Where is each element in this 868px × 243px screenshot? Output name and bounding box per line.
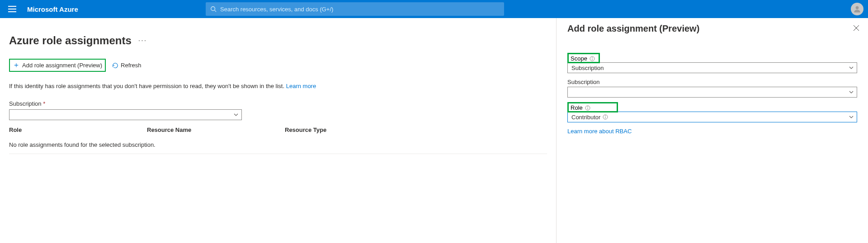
role-label: Role <box>571 104 583 111</box>
svg-point-10 <box>587 107 588 107</box>
learn-more-link[interactable]: Learn more <box>286 83 316 89</box>
info-icon[interactable] <box>590 56 595 61</box>
rbac-learn-more-link[interactable]: Learn more about RBAC <box>567 128 857 135</box>
svg-point-7 <box>592 57 592 58</box>
subscription-select[interactable] <box>9 109 242 120</box>
menu-icon[interactable] <box>8 6 16 12</box>
chevron-down-icon <box>849 89 854 95</box>
close-icon[interactable] <box>853 24 860 32</box>
search-icon <box>210 6 217 12</box>
info-icon[interactable] <box>603 114 608 120</box>
refresh-icon <box>112 62 118 69</box>
top-nav-bar: Microsoft Azure <box>0 0 868 18</box>
plus-icon: ＋ <box>13 61 20 70</box>
svg-point-0 <box>211 7 215 11</box>
global-search[interactable] <box>206 2 504 16</box>
role-highlight: Role <box>567 102 618 112</box>
scope-select[interactable]: Subscription <box>567 62 857 73</box>
chevron-down-icon <box>849 65 854 70</box>
chevron-down-icon <box>849 114 854 120</box>
subscription-panel-label: Subscription <box>567 79 857 85</box>
info-text: If this identity has role assignments th… <box>9 83 547 89</box>
add-role-panel: Add role assignment (Preview) Scope Subs… <box>556 18 868 243</box>
role-value: Contributor <box>571 114 600 121</box>
table-empty-message: No role assignments found for the select… <box>9 137 547 154</box>
search-input[interactable] <box>220 6 500 13</box>
refresh-button[interactable]: Refresh <box>109 61 144 70</box>
main-content: Azure role assignments ··· ＋ Add role as… <box>0 18 556 243</box>
info-icon[interactable] <box>585 105 590 111</box>
page-title: Azure role assignments <box>9 34 132 47</box>
subscription-panel-select[interactable] <box>567 87 857 98</box>
svg-line-1 <box>215 10 217 12</box>
table-header: Role Resource Name Resource Type <box>9 126 547 137</box>
scope-label: Scope <box>571 55 587 62</box>
subscription-label: Subscription * <box>9 100 547 107</box>
svg-point-13 <box>605 116 606 116</box>
more-actions-icon[interactable]: ··· <box>138 37 147 45</box>
refresh-label: Refresh <box>121 62 142 69</box>
add-role-assignment-button[interactable]: ＋ Add role assignment (Preview) <box>9 59 106 72</box>
col-resource-name: Resource Name <box>147 126 285 133</box>
chevron-down-icon <box>233 112 239 117</box>
scope-highlight: Scope <box>567 53 600 63</box>
add-role-assignment-label: Add role assignment (Preview) <box>22 62 102 69</box>
scope-value: Subscription <box>571 65 604 71</box>
svg-point-2 <box>856 6 859 9</box>
brand-title[interactable]: Microsoft Azure <box>27 5 78 13</box>
role-select[interactable]: Contributor <box>567 112 857 122</box>
user-icon <box>853 5 861 13</box>
panel-title: Add role assignment (Preview) <box>567 23 857 34</box>
col-resource-type: Resource Type <box>285 126 547 133</box>
col-role: Role <box>9 126 147 133</box>
user-avatar[interactable] <box>851 3 863 15</box>
